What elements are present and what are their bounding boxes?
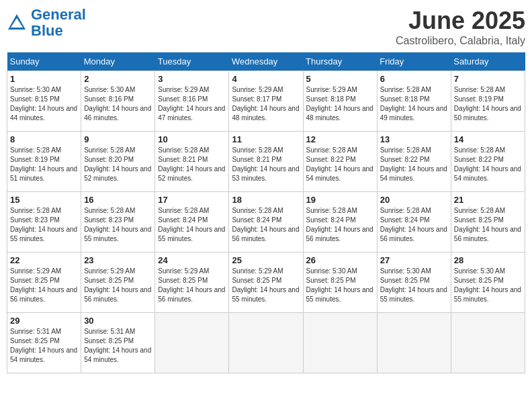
- header-saturday: Saturday: [451, 52, 525, 71]
- header: General Blue June 2025 Castrolibero, Cal…: [7, 7, 525, 47]
- day-23: 23 Sunrise: 5:29 AMSunset: 8:25 PMDaylig…: [81, 253, 155, 313]
- day-12: 12 Sunrise: 5:28 AMSunset: 8:22 PMDaylig…: [303, 132, 377, 192]
- day-28: 28 Sunrise: 5:30 AMSunset: 8:25 PMDaylig…: [451, 253, 525, 313]
- header-sunday: Sunday: [7, 52, 81, 71]
- logo: General Blue: [7, 7, 86, 39]
- day-5: 5 Sunrise: 5:29 AMSunset: 8:18 PMDayligh…: [303, 71, 377, 132]
- day-21: 21 Sunrise: 5:28 AMSunset: 8:25 PMDaylig…: [451, 192, 525, 253]
- logo-icon: [7, 13, 27, 33]
- day-18: 18 Sunrise: 5:28 AMSunset: 8:24 PMDaylig…: [229, 192, 303, 253]
- page-container: General Blue June 2025 Castrolibero, Cal…: [7, 7, 525, 373]
- day-26: 26 Sunrise: 5:30 AMSunset: 8:25 PMDaylig…: [303, 253, 377, 313]
- weekday-header-row: Sunday Monday Tuesday Wednesday Thursday…: [7, 52, 525, 71]
- day-8: 8 Sunrise: 5:28 AMSunset: 8:19 PMDayligh…: [7, 132, 81, 192]
- header-monday: Monday: [81, 52, 155, 71]
- day-20: 20 Sunrise: 5:28 AMSunset: 8:24 PMDaylig…: [377, 192, 451, 253]
- day-10: 10 Sunrise: 5:28 AMSunset: 8:21 PMDaylig…: [155, 132, 229, 192]
- empty-cell-1: [155, 313, 229, 373]
- header-wednesday: Wednesday: [229, 52, 303, 71]
- day-13: 13 Sunrise: 5:28 AMSunset: 8:22 PMDaylig…: [377, 132, 451, 192]
- calendar-title: June 2025: [396, 7, 525, 35]
- day-4: 4 Sunrise: 5:29 AMSunset: 8:17 PMDayligh…: [229, 71, 303, 132]
- day-2: 2 Sunrise: 5:30 AMSunset: 8:16 PMDayligh…: [81, 71, 155, 132]
- day-22: 22 Sunrise: 5:29 AMSunset: 8:25 PMDaylig…: [7, 253, 81, 313]
- calendar-subtitle: Castrolibero, Calabria, Italy: [396, 35, 525, 47]
- day-7: 7 Sunrise: 5:28 AMSunset: 8:19 PMDayligh…: [451, 71, 525, 132]
- logo-text: General Blue: [31, 7, 86, 39]
- day-14: 14 Sunrise: 5:28 AMSunset: 8:22 PMDaylig…: [451, 132, 525, 192]
- day-29: 29 Sunrise: 5:31 AMSunset: 8:25 PMDaylig…: [7, 313, 81, 373]
- day-27: 27 Sunrise: 5:30 AMSunset: 8:25 PMDaylig…: [377, 253, 451, 313]
- week-row-1: 1 Sunrise: 5:30 AMSunset: 8:15 PMDayligh…: [7, 71, 525, 132]
- day-3: 3 Sunrise: 5:29 AMSunset: 8:16 PMDayligh…: [155, 71, 229, 132]
- day-25: 25 Sunrise: 5:29 AMSunset: 8:25 PMDaylig…: [229, 253, 303, 313]
- calendar-table: Sunday Monday Tuesday Wednesday Thursday…: [7, 52, 525, 373]
- day-19: 19 Sunrise: 5:28 AMSunset: 8:24 PMDaylig…: [303, 192, 377, 253]
- title-block: June 2025 Castrolibero, Calabria, Italy: [396, 7, 525, 47]
- empty-cell-2: [229, 313, 303, 373]
- empty-cell-4: [377, 313, 451, 373]
- day-16: 16 Sunrise: 5:28 AMSunset: 8:23 PMDaylig…: [81, 192, 155, 253]
- week-row-2: 8 Sunrise: 5:28 AMSunset: 8:19 PMDayligh…: [7, 132, 525, 192]
- week-row-5: 29 Sunrise: 5:31 AMSunset: 8:25 PMDaylig…: [7, 313, 525, 373]
- empty-cell-5: [451, 313, 525, 373]
- day-11: 11 Sunrise: 5:28 AMSunset: 8:21 PMDaylig…: [229, 132, 303, 192]
- header-thursday: Thursday: [303, 52, 377, 71]
- day-6: 6 Sunrise: 5:28 AMSunset: 8:18 PMDayligh…: [377, 71, 451, 132]
- empty-cell-3: [303, 313, 377, 373]
- week-row-4: 22 Sunrise: 5:29 AMSunset: 8:25 PMDaylig…: [7, 253, 525, 313]
- day-1: 1 Sunrise: 5:30 AMSunset: 8:15 PMDayligh…: [7, 71, 81, 132]
- day-9: 9 Sunrise: 5:28 AMSunset: 8:20 PMDayligh…: [81, 132, 155, 192]
- day-24: 24 Sunrise: 5:29 AMSunset: 8:25 PMDaylig…: [155, 253, 229, 313]
- week-row-3: 15 Sunrise: 5:28 AMSunset: 8:23 PMDaylig…: [7, 192, 525, 253]
- day-30: 30 Sunrise: 5:31 AMSunset: 8:25 PMDaylig…: [81, 313, 155, 373]
- day-15: 15 Sunrise: 5:28 AMSunset: 8:23 PMDaylig…: [7, 192, 81, 253]
- header-tuesday: Tuesday: [155, 52, 229, 71]
- day-17: 17 Sunrise: 5:28 AMSunset: 8:24 PMDaylig…: [155, 192, 229, 253]
- header-friday: Friday: [377, 52, 451, 71]
